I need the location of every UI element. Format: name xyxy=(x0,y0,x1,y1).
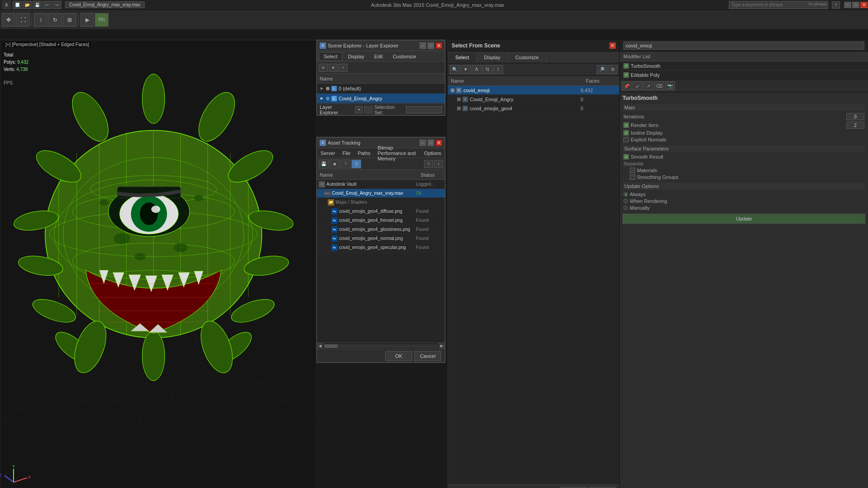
selection-set-input[interactable] xyxy=(406,106,442,113)
ts-smgrp-check[interactable] xyxy=(630,174,635,180)
asset-max-btn[interactable]: □ xyxy=(428,140,434,146)
new-icon[interactable]: 📃 xyxy=(13,1,22,9)
props-btn2[interactable]: ↗ xyxy=(643,81,653,90)
ts-smooth-check[interactable]: ✓ xyxy=(623,154,629,160)
ts-isoline-row: ✓ Isoline Display xyxy=(623,130,865,136)
asset-menu-server[interactable]: Server xyxy=(317,150,339,157)
scene-tab-customize[interactable]: Customize xyxy=(388,52,421,61)
select-object-icon[interactable]: ✥ xyxy=(2,13,15,27)
scene-tab-select[interactable]: Select xyxy=(319,52,343,61)
asset-row-normal[interactable]: Ps covid_emojis_geo4_normal.png Found xyxy=(317,234,445,243)
open-icon[interactable]: 📂 xyxy=(23,1,32,9)
asset-close-btn[interactable]: ✕ xyxy=(436,140,442,146)
scene-close-btn[interactable]: ✕ xyxy=(436,42,442,49)
asset-row-vault[interactable]: V Autodesk Vault Logged... xyxy=(317,180,445,189)
tab-customize[interactable]: Customize xyxy=(508,53,547,62)
render-icon[interactable]: ▶ xyxy=(80,13,94,27)
pin-icon[interactable]: 📌 xyxy=(622,81,632,90)
ts-manually-radio[interactable] xyxy=(623,206,628,210)
asset-row-folder[interactable]: 📁 Maps / Shaders xyxy=(317,198,445,207)
sfs-close-btn[interactable]: ✕ xyxy=(609,42,616,49)
mod-item-turbo[interactable]: ✓ TurboSmooth xyxy=(620,61,868,70)
sfs-gear-icon[interactable]: ⚙ xyxy=(608,65,618,74)
asset-menu-file[interactable]: File xyxy=(339,150,354,157)
asset-info-icon[interactable]: i xyxy=(434,160,443,168)
asset-tool1[interactable]: 💾 xyxy=(319,160,329,169)
ts-mat-check[interactable] xyxy=(630,168,635,173)
asset-help-icon[interactable]: ? xyxy=(424,160,433,168)
ts-always-radio[interactable] xyxy=(623,192,628,197)
asset-tool4[interactable]: ☰ xyxy=(351,160,361,169)
ts-update-btn[interactable]: Update xyxy=(623,214,865,224)
ts-render-checkbox[interactable]: ✓ xyxy=(623,122,629,128)
sfs-all-btn[interactable]: A xyxy=(472,65,481,74)
undo-icon[interactable]: ↩ xyxy=(42,1,52,9)
props-btn4[interactable]: 📷 xyxy=(665,81,675,90)
tab-display[interactable]: Display xyxy=(477,53,508,62)
file-tab: Covid_Emoji_Angry_max_vray.max xyxy=(65,1,145,8)
select-region-icon[interactable]: ⛶ xyxy=(16,13,30,27)
save-icon[interactable]: 💾 xyxy=(33,1,42,9)
sfs-filter-btn[interactable]: ▼ xyxy=(461,65,471,74)
asset-scrollbar[interactable]: ◀ ▶ xyxy=(317,343,445,349)
asset-row-diffuse[interactable]: Ps covid_emojis_geo4_diffuse.png Found xyxy=(317,207,445,216)
ts-whenrender-radio[interactable] xyxy=(623,199,628,203)
ts-render-input[interactable] xyxy=(846,122,864,129)
window-min-btn[interactable]: − xyxy=(844,2,851,8)
asset-menu-bitmap[interactable]: Bitmap Performance and Memory xyxy=(374,144,420,162)
tab-select[interactable]: Select xyxy=(448,53,477,62)
ok-button[interactable]: OK xyxy=(385,351,412,361)
sfs-invert-btn[interactable]: I xyxy=(493,65,503,74)
ts-iter-input[interactable] xyxy=(846,113,864,120)
scene-x-btn[interactable]: ✕ xyxy=(319,64,328,72)
props-btn1[interactable]: ↙ xyxy=(632,81,642,90)
layer-item-0[interactable]: ▶ L 0 (default) xyxy=(317,84,445,94)
scale-icon[interactable]: ⊞ xyxy=(63,13,76,27)
mod-item-epoly[interactable]: ✓ Editable Poly xyxy=(620,70,868,80)
cancel-button[interactable]: Cancel xyxy=(414,351,441,361)
window-close-btn[interactable]: ✕ xyxy=(860,2,868,8)
sfs-item-2[interactable]: G covid_emojis_geo4 0 xyxy=(448,104,619,113)
sfs-search-icon[interactable]: 🔍 xyxy=(450,65,460,74)
scene-max-btn[interactable]: □ xyxy=(428,42,434,49)
glossiness-status: Found xyxy=(416,227,443,232)
search-box[interactable]: Or phrase xyxy=(729,1,828,9)
le-icon1[interactable]: ▾ xyxy=(355,106,363,113)
rotate-icon[interactable]: ↻ xyxy=(48,13,62,27)
asset-row-glossiness[interactable]: Ps covid_emojis_geo4_glossiness.png Foun… xyxy=(317,225,445,234)
asset-row-frensel[interactable]: Ps covid_emojis_geo4_frensel.png Found xyxy=(317,216,445,225)
asset-tool2[interactable]: ■ xyxy=(330,160,340,169)
sfs-find-icon[interactable]: 🔎 xyxy=(597,65,607,74)
scene-tab-edit[interactable]: Edit xyxy=(370,52,387,61)
asset-tool3[interactable]: └ xyxy=(340,160,350,169)
object-name-input[interactable] xyxy=(623,42,864,50)
window-max-btn[interactable]: □ xyxy=(852,2,859,8)
scene-min-btn[interactable]: − xyxy=(420,42,426,49)
ts-render-label: Render Iters: xyxy=(631,122,844,128)
scene-tab-display[interactable]: Display xyxy=(344,52,369,61)
sfs-ok-btn[interactable]: OK xyxy=(560,487,587,488)
scene-add-icon[interactable]: + xyxy=(339,64,348,72)
sfs-none-btn[interactable]: N xyxy=(482,65,492,74)
sfs-item-1[interactable]: G Covid_Emoji_Angry 0 xyxy=(448,95,619,104)
render2-icon[interactable]: RN xyxy=(95,13,108,27)
asset-menu-options[interactable]: Options xyxy=(420,150,445,157)
layer-item-1[interactable]: ▶ L Covid_Emoji_Angry xyxy=(317,94,445,103)
le-icon2[interactable]: ∙ xyxy=(364,106,373,113)
asset-menu-paths[interactable]: Paths xyxy=(354,150,374,157)
scene-filter-icon[interactable]: ▼ xyxy=(329,64,338,72)
ts-isoline-check[interactable]: ✓ xyxy=(623,130,629,136)
sfs-item-0[interactable]: G covid_emoji 9,432 xyxy=(448,86,619,95)
asset-row-specular[interactable]: Ps covid_emojis_geo4_specular.png Found xyxy=(317,243,445,252)
asset-min-btn[interactable]: − xyxy=(420,140,426,146)
ts-explicit-check[interactable] xyxy=(623,137,629,142)
sfs-cancel-btn[interactable]: Cancel xyxy=(589,487,616,488)
help-icon[interactable]: ? xyxy=(832,1,840,9)
redo-icon[interactable]: ↪ xyxy=(52,1,61,9)
asset-row-max[interactable]: MAX Covid_Emoji_Angry_max_vray.max Ok xyxy=(317,189,445,198)
props-btn3[interactable]: ⌫ xyxy=(654,81,664,90)
scroll-left-btn[interactable]: ◀ xyxy=(317,343,323,349)
move-icon[interactable]: ↕ xyxy=(34,13,47,27)
scroll-right-btn[interactable]: ▶ xyxy=(439,343,445,349)
scroll-thumb[interactable] xyxy=(324,344,338,348)
